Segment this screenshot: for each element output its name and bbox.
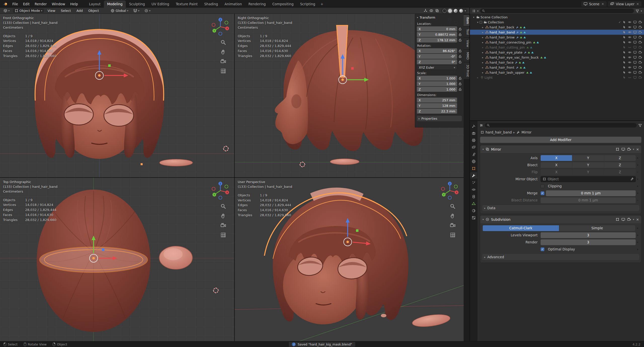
props-tab-object[interactable] xyxy=(470,165,477,171)
disable-render-icon[interactable] xyxy=(638,40,642,44)
scale-y-field[interactable]: Y1.000 xyxy=(417,81,457,86)
hide-eye-icon[interactable] xyxy=(628,20,631,24)
camera-view-icon[interactable] xyxy=(220,59,226,64)
show-gizmo-icon[interactable] xyxy=(424,9,427,13)
selectable-icon[interactable] xyxy=(623,61,626,64)
lock-icon[interactable] xyxy=(458,27,462,31)
mirror-flip-z-button[interactable]: Z xyxy=(604,169,636,175)
mirror-bisect-y-button[interactable]: Y xyxy=(572,162,604,168)
hide-eye-icon[interactable] xyxy=(628,25,631,29)
disable-render-icon[interactable] xyxy=(638,20,642,24)
workspace-tab-layout[interactable]: Layout xyxy=(86,1,104,8)
realtime-display-toggle-icon[interactable] xyxy=(621,147,625,151)
disable-viewport-icon[interactable] xyxy=(633,25,637,29)
hide-eye-icon[interactable] xyxy=(628,51,631,54)
mirror-bisect-x-button[interactable]: X xyxy=(541,162,572,168)
pan-hand-icon[interactable] xyxy=(450,213,456,219)
lock-icon[interactable] xyxy=(458,33,462,36)
modifier-extras-icon[interactable]: ▾ xyxy=(633,148,634,151)
scene-selector[interactable]: Scene ✕ xyxy=(581,1,607,7)
properties-search-input[interactable] xyxy=(491,123,635,127)
disable-viewport-icon[interactable] xyxy=(633,46,637,49)
pan-hand-icon[interactable] xyxy=(220,49,226,55)
zoom-icon[interactable] xyxy=(220,39,226,45)
n-tab-3d-print[interactable]: 3D Print xyxy=(464,62,469,79)
blender-logo-icon[interactable] xyxy=(3,2,8,6)
modifier-extras-icon[interactable]: ▾ xyxy=(633,218,634,221)
disable-viewport-icon[interactable] xyxy=(633,30,637,34)
pan-hand-icon[interactable] xyxy=(220,213,226,219)
expand-icon[interactable]: ▸ xyxy=(481,41,485,44)
selectable-icon[interactable] xyxy=(623,71,626,74)
lock-icon[interactable] xyxy=(458,82,462,85)
mirror-modifier-header[interactable]: ▾ Mirror ▾ ✕ xyxy=(480,145,641,153)
n-tab-item[interactable]: Item xyxy=(464,15,469,26)
rotation-mode-dropdown[interactable]: XYZ Euler▾ xyxy=(417,65,457,70)
menu-object[interactable]: Object xyxy=(87,9,101,13)
outliner-item-hard-hair-back[interactable]: ▸ hard_hair_back xyxy=(470,25,644,30)
selectable-icon[interactable] xyxy=(623,35,626,39)
camera-view-icon[interactable] xyxy=(450,223,456,228)
workspace-tab-sculpting[interactable]: Sculpting xyxy=(126,1,148,8)
xray-toggle-icon[interactable] xyxy=(435,9,439,13)
properties-collapsed-panel[interactable]: ▸ Properties xyxy=(417,116,462,121)
outliner-searchbox[interactable] xyxy=(480,9,634,13)
hide-eye-icon[interactable] xyxy=(628,71,631,74)
eyedropper-icon[interactable] xyxy=(630,177,634,181)
menu-help[interactable]: Help xyxy=(68,1,80,7)
mirror-data-subpanel[interactable]: ▸ Data xyxy=(482,205,639,211)
clipping-checkbox[interactable]: ✓ xyxy=(541,184,544,188)
viewport-front[interactable]: Front Orthographic (133) Collection | ha… xyxy=(0,14,234,177)
expand-icon[interactable]: ▸ xyxy=(481,26,485,29)
scene-unlink-button[interactable]: ✕ xyxy=(601,2,605,6)
shading-material-icon[interactable] xyxy=(454,9,458,13)
disable-viewport-icon[interactable] xyxy=(633,35,637,39)
props-tab-material[interactable] xyxy=(470,207,477,214)
workspace-tab-scripting[interactable]: Scripting xyxy=(297,1,318,8)
merge-threshold-field[interactable]: 0 mm 1 μm xyxy=(546,190,636,196)
merge-checkbox[interactable]: ✓ xyxy=(541,191,544,195)
location-z-field[interactable]: Z178.12 mm xyxy=(417,37,457,42)
outliner-item-light[interactable]: ▸ Light xyxy=(470,75,644,80)
transform-orientation-dropdown[interactable]: Global ▾ xyxy=(109,9,130,13)
expand-icon[interactable]: ▸ xyxy=(481,61,485,64)
properties-editor-icon[interactable] xyxy=(479,123,483,127)
collection-exclude-checkbox[interactable] xyxy=(479,21,482,24)
catmull-clark-button[interactable]: Catmull-Clark xyxy=(483,225,559,231)
shading-rendered-icon[interactable] xyxy=(459,9,463,13)
lock-icon[interactable] xyxy=(458,55,462,58)
outliner-item-hard-hair-band[interactable]: ▸ hard_hair_band xyxy=(470,30,644,35)
selectable-icon[interactable] xyxy=(623,20,626,24)
mirror-flip-x-button[interactable]: X xyxy=(541,169,572,175)
expand-icon[interactable]: ▸ xyxy=(481,31,485,34)
disable-render-icon[interactable] xyxy=(638,66,642,69)
props-tab-constraints[interactable] xyxy=(470,193,477,200)
expand-icon[interactable]: ▸ xyxy=(481,56,485,59)
disable-viewport-icon[interactable] xyxy=(633,76,637,79)
outliner-item-hard-hair-eye-vac-form-buck[interactable]: ▸ hard_hair_eye_vac_form_buck xyxy=(470,55,644,60)
expand-icon[interactable]: ▸ xyxy=(476,76,479,79)
disable-render-icon[interactable] xyxy=(638,51,642,54)
lock-icon[interactable] xyxy=(458,76,462,80)
subdivision-advanced-subpanel[interactable]: ▸ Advanced xyxy=(482,254,639,260)
outliner-item-hard-hair-face[interactable]: ▸ hard_hair_face xyxy=(470,60,644,65)
add-workspace-button[interactable]: + xyxy=(318,1,325,8)
render-levels-field[interactable]: 3 xyxy=(541,239,636,245)
props-tab-texture[interactable] xyxy=(470,214,477,221)
scale-z-field[interactable]: Z1.000 xyxy=(417,87,457,92)
hide-eye-icon[interactable] xyxy=(628,30,631,34)
viewport-top[interactable]: Top Orthographic (133) Collection | hard… xyxy=(0,178,234,341)
expand-icon[interactable]: ▸ xyxy=(481,66,485,69)
editor-type-button[interactable]: ▾ xyxy=(2,9,11,13)
transform-panel-header[interactable]: ▾ Transform xyxy=(417,15,462,21)
outliner-item-hard-hair-eye-plate[interactable]: ▸ hard_hair_eye_plate xyxy=(470,50,644,55)
modifier-close-icon[interactable]: ✕ xyxy=(636,218,639,222)
collection-enable-check[interactable]: ✓ xyxy=(619,21,621,24)
outliner-item-hard-hair-cutting-pin[interactable]: ▸ hard_hair_cutting_pin xyxy=(470,45,644,50)
rotation-x-field[interactable]: X86.628° xyxy=(417,48,457,53)
rotation-z-field[interactable]: Z0° xyxy=(417,59,457,64)
selectable-icon[interactable] xyxy=(623,40,626,44)
mirror-bisect-z-button[interactable]: Z xyxy=(604,162,636,168)
simple-button[interactable]: Simple xyxy=(559,225,635,231)
filter-funnel-icon[interactable] xyxy=(638,123,642,127)
